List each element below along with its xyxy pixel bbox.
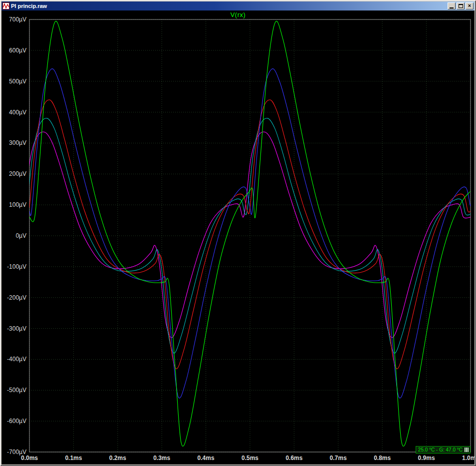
close-button[interactable]: ×	[466, 2, 474, 9]
x-tick-label: 0.6ms	[285, 455, 302, 462]
y-tick-label: 600µV	[9, 47, 26, 54]
x-tick-label: 0.2ms	[109, 455, 126, 462]
x-tick-label: 0.0ms	[21, 455, 38, 462]
step-badge-text: 25.0 °C - G: 47.0 °C	[418, 447, 463, 453]
x-tick-label: 0.9ms	[418, 455, 435, 462]
app-window: PI princip.raw × V(rx) 700µV600µV500µV40…	[0, 0, 476, 466]
plot-area[interactable]: V(rx) 700µV600µV500µV400µV300µV200µV100µ…	[1, 10, 475, 465]
y-tick-label: -200µV	[7, 294, 26, 301]
window-controls: ×	[448, 2, 474, 9]
close-icon: ×	[468, 3, 471, 8]
waveform-canvas[interactable]: 700µV600µV500µV400µV300µV200µV100µV0µV-1…	[1, 10, 475, 465]
trace-label[interactable]: V(rx)	[1, 11, 475, 18]
titlebar[interactable]: PI princip.raw ×	[1, 1, 475, 10]
minimize-icon	[450, 7, 454, 8]
minimize-button[interactable]	[448, 2, 456, 9]
x-tick-label: 0.4ms	[198, 455, 215, 462]
x-tick-label: 0.8ms	[374, 455, 391, 462]
trace-magenta	[25, 132, 471, 338]
x-tick-label: 1.0ms	[462, 455, 475, 462]
y-tick-label: 200µV	[9, 170, 26, 177]
x-tick-label: 0.1ms	[65, 455, 82, 462]
maximize-icon	[459, 4, 463, 8]
app-icon	[2, 2, 9, 9]
step-badge-bars-icon	[465, 448, 469, 452]
y-tick-label: 100µV	[9, 201, 26, 208]
y-tick-label: 400µV	[9, 109, 26, 116]
y-tick-label: -100µV	[7, 263, 26, 270]
x-tick-label: 0.3ms	[153, 455, 170, 462]
window-title: PI princip.raw	[11, 3, 446, 9]
trace-green	[29, 21, 473, 446]
y-tick-label: -300µV	[7, 325, 26, 332]
y-tick-label: 500µV	[9, 78, 26, 85]
x-tick-label: 0.7ms	[330, 455, 347, 462]
y-tick-label: -400µV	[7, 356, 26, 363]
y-tick-label: -500µV	[7, 387, 26, 394]
y-tick-label: 300µV	[9, 139, 26, 146]
maximize-button[interactable]	[457, 2, 465, 9]
y-tick-label: -600µV	[7, 418, 26, 425]
step-badge: 25.0 °C - G: 47.0 °C	[416, 446, 471, 454]
x-tick-label: 0.5ms	[241, 455, 258, 462]
y-tick-label: 0µV	[15, 232, 26, 239]
